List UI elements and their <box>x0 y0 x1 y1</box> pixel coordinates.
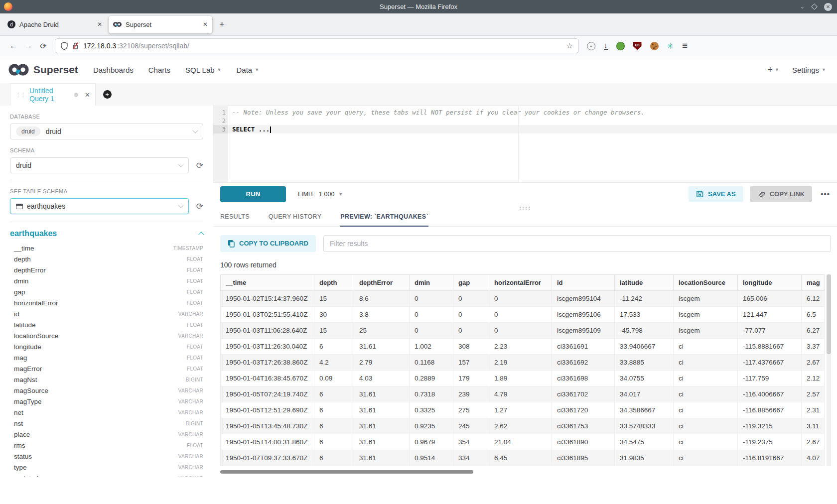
superset-navbar: Superset Dashboards Charts SQL Lab▼ Data… <box>0 56 837 83</box>
schema-column-row[interactable]: magTypeVARCHAR <box>14 396 203 407</box>
schema-column-row[interactable]: magNstBIGINT <box>14 374 203 385</box>
run-button[interactable]: RUN <box>220 186 286 202</box>
query-tab[interactable]: ⋮⋮ Untitled Query 1 ✕ <box>10 83 96 106</box>
refresh-tables-icon[interactable]: ⟳ <box>196 202 203 211</box>
brand-name: Superset <box>33 64 78 76</box>
tab-query-history[interactable]: QUERY HISTORY <box>269 213 321 226</box>
nav-charts[interactable]: Charts <box>148 66 170 74</box>
nav-dashboards[interactable]: Dashboards <box>93 66 134 74</box>
schema-column-row[interactable]: idVARCHAR <box>14 308 203 319</box>
schema-column-row[interactable]: gapFLOAT <box>14 286 203 297</box>
limit-dropdown[interactable]: LIMIT: 1 000 ▼ <box>298 191 343 198</box>
save-as-button[interactable]: SAVE AS <box>689 186 743 202</box>
drag-handle-icon[interactable]: ⋮⋮ <box>15 92 25 98</box>
schema-column-row[interactable]: nstBIGINT <box>14 418 203 429</box>
vertical-scrollbar[interactable] <box>827 274 831 466</box>
lock-insecure-icon[interactable] <box>72 42 79 50</box>
menu-icon[interactable]: ≡ <box>682 40 688 51</box>
table-select[interactable]: earthquakes <box>10 198 189 214</box>
schema-column-row[interactable]: dminFLOAT <box>14 275 203 286</box>
table-cell: 0.1168 <box>410 354 453 370</box>
schema-column-row[interactable]: typeVARCHAR <box>14 462 203 473</box>
tab-close-icon[interactable]: ✕ <box>97 21 102 28</box>
table-cell: 31.61 <box>354 418 410 434</box>
table-cell: 275 <box>453 402 489 418</box>
download-icon[interactable]: ↓ <box>604 42 608 50</box>
add-query-tab-button[interactable]: + <box>96 83 119 106</box>
browser-tab-druid[interactable]: d Apache Druid ✕ <box>3 16 107 33</box>
collapse-chevron-up-icon[interactable] <box>198 232 204 237</box>
chevron-down-icon: ▼ <box>217 67 222 72</box>
table-cell: 31.9835 <box>615 450 674 466</box>
table-row: 1950-01-07T09:37:33.670Z631.610.95143346… <box>221 450 825 466</box>
tab-close-icon[interactable]: ✕ <box>203 21 208 28</box>
filter-results-input[interactable] <box>323 235 831 252</box>
window-close-icon[interactable]: ✕ <box>824 3 832 11</box>
table-cell: 2.23 <box>489 338 552 354</box>
schema-column-row[interactable]: depthErrorFLOAT <box>14 264 203 275</box>
schema-column-row[interactable]: locationSourceVARCHAR <box>14 330 203 341</box>
schema-column-row[interactable]: __timeTIMESTAMP <box>14 243 203 253</box>
containers-extension-icon[interactable]: ✳ <box>667 41 674 51</box>
column-type: VARCHAR <box>178 333 203 339</box>
query-tab-close-icon[interactable]: ✕ <box>85 91 90 99</box>
table-schema-label: SEE TABLE SCHEMA <box>10 188 203 194</box>
forward-icon[interactable]: → <box>21 41 36 50</box>
back-icon[interactable]: ← <box>6 41 21 50</box>
nav-sql-lab[interactable]: SQL Lab▼ <box>185 66 222 74</box>
schema-column-row[interactable]: depthFLOAT <box>14 253 203 264</box>
reload-icon[interactable]: ⟳ <box>36 41 51 51</box>
column-name: locationSource <box>14 332 58 340</box>
editor-code-area[interactable]: -- Note: Unless you save your query, the… <box>228 106 837 182</box>
table-cell: -45.798 <box>615 322 674 338</box>
nav-data[interactable]: Data▼ <box>237 66 260 74</box>
database-select[interactable]: druid druid <box>10 124 203 139</box>
tab-preview-earthquakes[interactable]: PREVIEW: `EARTHQUAKES` <box>340 213 428 227</box>
browser-tab-superset[interactable]: Superset ✕ <box>109 16 212 33</box>
schema-column-row[interactable]: magFLOAT <box>14 352 203 363</box>
new-menu-button[interactable]: +▼ <box>767 65 779 75</box>
schema-column-row[interactable]: rmsFLOAT <box>14 440 203 451</box>
table-row: 1950-01-02T15:14:37.960Z158.6000iscgem89… <box>221 290 825 306</box>
schema-select[interactable]: druid <box>10 157 189 173</box>
window-minimize-icon[interactable]: ⌄ <box>800 4 805 9</box>
schema-column-row[interactable]: statusVARCHAR <box>14 451 203 462</box>
schema-column-row[interactable]: magErrorFLOAT <box>14 363 203 374</box>
schema-column-row[interactable]: updatedVARCHAR <box>14 473 203 477</box>
superset-logo[interactable]: Superset <box>8 63 78 77</box>
table-row: 1950-01-03T11:06:28.640Z1525000iscgem895… <box>221 322 825 338</box>
window-maximize-icon[interactable] <box>811 3 818 10</box>
cookie-extension-icon[interactable] <box>650 42 659 50</box>
table-cell: ci3361720 <box>552 402 615 418</box>
schema-column-row[interactable]: horizontalErrorFLOAT <box>14 297 203 308</box>
table-cell: 33.8885 <box>615 354 674 370</box>
vertical-scrollbar-thumb[interactable] <box>827 274 831 354</box>
ublock-icon[interactable]: U0 <box>633 42 642 50</box>
sql-editor[interactable]: 1 2 3 -- Note: Unless you save your quer… <box>213 106 837 182</box>
schema-column-row[interactable]: magSourceVARCHAR <box>14 385 203 396</box>
table-cell: 1.27 <box>489 402 552 418</box>
bookmark-star-icon[interactable]: ☆ <box>566 41 573 50</box>
pane-resize-handle[interactable] <box>213 206 837 210</box>
column-type: TIMESTAMP <box>173 246 203 251</box>
table-cell: iscgem <box>674 322 738 338</box>
privacy-badger-icon[interactable] <box>616 42 625 50</box>
horizontal-scrollbar-thumb[interactable] <box>220 470 473 474</box>
settings-menu[interactable]: Settings▼ <box>792 66 826 74</box>
table-cell: 0 <box>410 306 453 322</box>
url-bar[interactable]: 172.18.0.3 :32108/superset/sqllab/ ☆ <box>55 38 579 53</box>
refresh-schema-icon[interactable]: ⟳ <box>196 161 203 170</box>
schema-column-row[interactable]: placeVARCHAR <box>14 429 203 440</box>
pocket-icon[interactable]: ⌄ <box>587 42 595 50</box>
shield-icon[interactable] <box>61 42 68 50</box>
schema-column-row[interactable]: netVARCHAR <box>14 407 203 418</box>
column-name: net <box>14 409 23 416</box>
copy-to-clipboard-button[interactable]: COPY TO CLIPBOARD <box>220 235 316 252</box>
more-actions-button[interactable]: ••• <box>821 190 830 198</box>
tab-results[interactable]: RESULTS <box>220 213 250 226</box>
copy-link-button[interactable]: COPY LINK <box>750 186 813 202</box>
schema-column-row[interactable]: latitudeFLOAT <box>14 319 203 330</box>
url-path: :32108/superset/sqllab/ <box>117 42 189 50</box>
new-tab-icon[interactable]: + <box>219 19 225 30</box>
schema-column-row[interactable]: longitudeFLOAT <box>14 341 203 352</box>
